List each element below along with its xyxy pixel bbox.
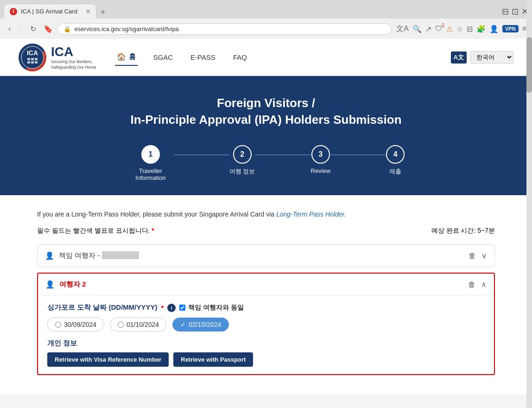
step-4-circle: 4: [386, 145, 405, 164]
traveller-2-name: 여행자 2: [59, 280, 468, 289]
search-icon[interactable]: 🔍: [412, 25, 422, 33]
nav-home[interactable]: 🏠 홈: [115, 49, 138, 66]
traveller-1-name-blurred: [102, 251, 139, 259]
traveller-2-actions: 🗑 ∧: [468, 280, 487, 289]
tab-title: ICA | SG Arrival Card: [21, 8, 77, 15]
ica-logo: ICA: [19, 44, 46, 71]
date-option-2[interactable]: 01/10/2024: [110, 318, 167, 332]
nav-sgac-label: SGAC: [153, 53, 173, 61]
step-4-label: 제출: [389, 167, 401, 176]
retrieve-passport-button[interactable]: Retrieve with Passport: [173, 352, 253, 367]
shield-icon[interactable]: 🛡 1: [435, 25, 443, 33]
menu-icon[interactable]: ≡: [522, 25, 526, 33]
profile-icon[interactable]: 👤: [489, 25, 499, 33]
bookmark-icon[interactable]: 🔖: [44, 25, 53, 33]
lang-dropdown[interactable]: 한국어: [470, 51, 513, 64]
step-3-circle: 3: [311, 145, 330, 164]
traveller-2-toggle-icon[interactable]: ∧: [481, 280, 487, 289]
svg-text:ICA: ICA: [27, 49, 38, 57]
date-selected-check-icon: ✓: [180, 321, 186, 328]
scrollbar[interactable]: [526, 0, 532, 408]
active-tab[interactable]: I ICA | SG Arrival Card ✕: [4, 4, 96, 19]
vpn-badge[interactable]: VPN: [502, 25, 519, 32]
arrival-date-required: *: [161, 304, 164, 312]
arrival-date-info-icon[interactable]: i: [167, 304, 176, 312]
same-as-checkbox-label[interactable]: 책임 여행자와 동일: [179, 304, 244, 312]
back-button[interactable]: ‹: [6, 24, 13, 34]
tab-bar: I ICA | SG Arrival Card ✕ + ⊟ ⊡ ✕: [0, 0, 532, 19]
svg-rect-8: [35, 61, 38, 64]
step-3-label: Review: [311, 167, 331, 174]
url-bar[interactable]: 🔒 eservices.ica.gov.sg/sgarrivalcard/fvi…: [57, 23, 392, 35]
nav-epass[interactable]: E-PASS: [189, 50, 217, 65]
step-1-circle: 1: [141, 145, 160, 164]
hero-section: Foreign Visitors / In-Principle Approval…: [0, 76, 532, 195]
date-option-3[interactable]: ✓ 02/10/2024: [172, 318, 229, 332]
logo-tagline: Securing Our Borders,Safeguarding Our Ho…: [51, 59, 96, 70]
retrieve-visa-button[interactable]: Retrieve with Visa Reference Number: [47, 352, 169, 367]
step-1: 1 Traveller Information: [127, 145, 174, 181]
forward-button[interactable]: ›: [16, 24, 24, 34]
logo-name: ICA: [51, 45, 73, 59]
personal-info-field: 개인 정보 Retrieve with Visa Reference Numbe…: [47, 339, 485, 367]
traveller-2-section: 👤 여행자 2 🗑 ∧ 싱가포르 도착 날짜 (DD/MM/YYYY) * i …: [37, 273, 495, 375]
new-tab-button[interactable]: +: [96, 6, 109, 19]
step-4: 4 제출: [386, 145, 405, 176]
maximize-button[interactable]: ⊡: [512, 6, 519, 17]
personal-info-label: 개인 정보: [47, 339, 485, 348]
long-term-pass-link[interactable]: Long-Term Pass Holder.: [276, 210, 346, 218]
required-star: *: [152, 227, 154, 234]
svg-rect-5: [35, 58, 38, 60]
scrollbar-thumb[interactable]: [526, 37, 532, 93]
date-radio-2[interactable]: [118, 322, 124, 328]
lang-badge: A文: [451, 51, 467, 64]
alert-icon[interactable]: ⚠: [446, 25, 453, 33]
step-connector-2: [255, 154, 311, 155]
url-text: eservices.ica.gov.sg/sgarrivalcard/fvipa: [75, 26, 386, 32]
traveller-1-header[interactable]: 👤 책임 여행자 - 🗑 ∨: [38, 245, 494, 267]
date-options-row: 30/09/2024 01/10/2024 ✓ 02/10/2024: [47, 318, 485, 332]
nav-epass-label: E-PASS: [190, 53, 215, 61]
extensions-icon[interactable]: 🧩: [476, 25, 486, 33]
info-paragraph: If you are a Long-Term Pass Holder, plea…: [37, 209, 495, 219]
traveller-2-content: 싱가포르 도착 날짜 (DD/MM/YYYY) * i 책임 여행자와 동일 3…: [38, 295, 494, 374]
nav-sgac[interactable]: SGAC: [152, 50, 175, 65]
nav-buttons: ‹ › ↻: [6, 24, 39, 34]
nav-faq[interactable]: FAQ: [231, 50, 249, 65]
personal-info-buttons: Retrieve with Visa Reference Number Retr…: [47, 352, 485, 367]
date-option-1[interactable]: 30/09/2024: [47, 318, 104, 332]
traveller-2-header[interactable]: 👤 여행자 2 🗑 ∧: [38, 274, 494, 295]
svg-rect-7: [31, 61, 34, 64]
traveller-1-delete-icon[interactable]: 🗑: [469, 252, 476, 260]
traveller-1-section: 👤 책임 여행자 - 🗑 ∨: [37, 244, 495, 267]
date-radio-1[interactable]: [55, 322, 61, 328]
refresh-button[interactable]: ↻: [27, 24, 39, 34]
same-as-checkbox[interactable]: [179, 305, 185, 311]
toolbar-icons: 文A 🔍 ↗ 🛡 1 ⚠ ☆ ⊟ 🧩 👤 VPN ≡: [396, 24, 526, 34]
language-selector: A文 한국어: [451, 51, 513, 64]
split-view-icon[interactable]: ⊟: [467, 25, 473, 33]
lock-icon: 🔒: [63, 26, 71, 32]
step-indicator: 1 Traveller Information 2 여행 정보 3 Review…: [9, 145, 523, 181]
traveller-1-actions: 🗑 ∨: [469, 251, 487, 260]
site-header: ICA ICA Securing Our Borders,Safeguardin…: [0, 39, 532, 76]
translate-icon[interactable]: 文A: [396, 24, 409, 34]
tab-close-button[interactable]: ✕: [86, 8, 90, 15]
share-icon[interactable]: ↗: [425, 25, 431, 33]
nav-home-label: 홈: [129, 52, 136, 61]
time-estimate: 예상 완료 시간: 5~7분: [431, 227, 495, 235]
step-3: 3 Review: [311, 145, 331, 174]
step-2-circle: 2: [233, 145, 252, 164]
star-icon[interactable]: ☆: [456, 25, 463, 33]
traveller-1-toggle-icon[interactable]: ∨: [481, 251, 487, 260]
minimize-button[interactable]: ⊟: [502, 6, 509, 17]
hero-title: Foreign Visitors / In-Principle Approval…: [9, 95, 523, 128]
step-1-label: Traveller Information: [127, 167, 174, 181]
step-connector-1: [174, 154, 229, 155]
browser-chrome: I ICA | SG Arrival Card ✕ + ⊟ ⊡ ✕ ‹ › ↻ …: [0, 0, 532, 39]
step-connector-3: [330, 154, 386, 155]
main-nav: 🏠 홈 SGAC E-PASS FAQ: [115, 49, 432, 66]
traveller-2-delete-icon[interactable]: 🗑: [468, 280, 475, 289]
traveller-1-person-icon: 👤: [45, 251, 54, 260]
required-note: 필수 필드는 빨간색 별표로 표시됩니다. *: [37, 227, 154, 235]
